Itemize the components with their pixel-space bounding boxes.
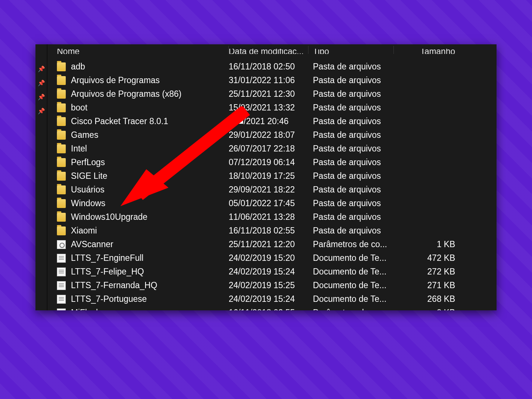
file-name-label: Xiaomi — [71, 226, 97, 236]
file-size-label: 271 KB — [394, 280, 468, 290]
file-date-label: 24/02/2019 15:20 — [229, 253, 308, 263]
file-row[interactable]: Arquivos de Programas31/01/2022 11:06Pas… — [47, 74, 497, 87]
file-name-label: Windows — [71, 198, 105, 208]
pin-icon[interactable]: 📌 — [35, 62, 47, 76]
text-file-icon — [57, 254, 66, 263]
folder-icon — [57, 172, 66, 181]
file-date-label: 25/11/2021 12:30 — [229, 89, 308, 99]
config-file-icon — [57, 308, 66, 311]
file-date-label: 29/09/2021 18:22 — [229, 185, 308, 195]
file-row[interactable]: LTTS_7-Felipe_HQ24/02/2019 15:24Document… — [47, 265, 497, 279]
file-row[interactable]: Xiaomi16/11/2018 02:55Pasta de arquivos — [47, 224, 497, 238]
file-size-label: 1 KB — [394, 239, 468, 249]
file-row[interactable]: MiFlashvcom16/11/2018 02:55Parâmetros de… — [47, 306, 497, 310]
folder-icon — [57, 213, 66, 222]
file-type-label: Documento de Te... — [308, 294, 393, 304]
file-row[interactable]: Arquivos de Programas (x86)25/11/2021 12… — [47, 87, 497, 101]
file-name-label: boot — [71, 103, 88, 113]
file-row[interactable]: Intel26/07/2017 22:18Pasta de arquivos — [47, 142, 497, 156]
file-date-label: 05/01/2022 17:45 — [229, 198, 308, 208]
file-row[interactable]: Usuários29/09/2021 18:22Pasta de arquivo… — [47, 183, 497, 197]
file-type-label: Pasta de arquivos — [308, 212, 393, 222]
file-type-label: Pasta de arquivos — [308, 157, 393, 167]
file-type-label: Pasta de arquivos — [308, 116, 393, 126]
column-header-row: Nome Data de modificaç... Tipo Tamanho — [47, 44, 497, 54]
file-date-label: 16/11/2018 02:55 — [229, 308, 308, 310]
file-type-label: Pasta de arquivos — [308, 198, 393, 208]
file-row[interactable]: Cisco Packet Tracer 8.0.11■■/2021 20:46P… — [47, 115, 497, 128]
file-name-label: Games — [71, 130, 98, 140]
folder-icon — [57, 226, 66, 235]
file-row[interactable]: LTTS_7-EngineFull24/02/2019 15:20Documen… — [47, 251, 497, 265]
folder-icon — [57, 131, 66, 140]
file-name-label: Arquivos de Programas (x86) — [71, 89, 181, 99]
folder-icon — [57, 90, 66, 99]
file-size-label: 0 KB — [394, 308, 468, 310]
file-size-label: 472 KB — [394, 253, 468, 263]
file-name-label: MiFlashvcom — [71, 308, 121, 310]
file-type-label: Pasta de arquivos — [308, 171, 393, 181]
column-header-name[interactable]: Nome — [47, 49, 228, 54]
file-name-label: LTTS_7-EngineFull — [71, 253, 143, 263]
text-file-icon — [57, 267, 66, 276]
folder-icon — [57, 62, 66, 71]
text-file-icon — [57, 295, 66, 304]
file-name-label: PerfLogs — [71, 157, 105, 167]
column-header-date[interactable]: Data de modificaç... — [229, 49, 308, 54]
config-file-icon — [57, 240, 66, 249]
file-date-label: 07/12/2019 06:14 — [229, 157, 308, 167]
file-date-label: 11/06/2021 13:28 — [229, 212, 308, 222]
file-row[interactable]: LTTS_7-Portuguese24/02/2019 15:24Documen… — [47, 292, 497, 306]
file-list: adb16/11/2018 02:50Pasta de arquivosArqu… — [47, 54, 497, 310]
folder-icon — [57, 103, 66, 112]
file-type-label: Documento de Te... — [308, 280, 393, 290]
file-list-panel: Nome Data de modificaç... Tipo Tamanho a… — [47, 44, 497, 310]
file-name-label: SIGE Lite — [71, 171, 107, 181]
text-file-icon — [57, 281, 66, 290]
folder-icon — [57, 117, 66, 126]
file-row[interactable]: PerfLogs07/12/2019 06:14Pasta de arquivo… — [47, 156, 497, 169]
file-name-label: adb — [71, 62, 85, 72]
column-header-type[interactable]: Tipo — [308, 49, 393, 54]
file-name-label: AVScanner — [71, 239, 113, 249]
file-name-label: LTTS_7-Fernanda_HQ — [71, 280, 157, 290]
file-type-label: Pasta de arquivos — [308, 144, 393, 154]
file-row[interactable]: boot15/03/2021 13:32Pasta de arquivos — [47, 101, 497, 115]
file-type-label: Pasta de arquivos — [308, 130, 393, 140]
file-row[interactable]: SIGE Lite18/10/2019 17:25Pasta de arquiv… — [47, 169, 497, 183]
file-date-label: 25/11/2021 12:20 — [229, 239, 308, 249]
column-header-size[interactable]: Tamanho — [394, 49, 468, 54]
folder-icon — [57, 199, 66, 208]
file-type-label: Pasta de arquivos — [308, 185, 393, 195]
file-date-label: 16/11/2018 02:55 — [229, 226, 308, 236]
file-name-label: Cisco Packet Tracer 8.0.1 — [71, 116, 168, 126]
file-explorer-window: 📌 📌 📌 📌 Nome Data de modificaç... Tipo T… — [35, 44, 497, 310]
file-name-label: LTTS_7-Portuguese — [71, 294, 147, 304]
file-type-label: Pasta de arquivos — [308, 89, 393, 99]
file-row[interactable]: Windows10Upgrade11/06/2021 13:28Pasta de… — [47, 210, 497, 224]
file-row[interactable]: adb16/11/2018 02:50Pasta de arquivos — [47, 60, 497, 74]
file-name-label: LTTS_7-Felipe_HQ — [71, 267, 144, 277]
pin-icon[interactable]: 📌 — [35, 76, 47, 90]
file-date-label: 18/10/2019 17:25 — [229, 171, 308, 181]
file-type-label: Documento de Te... — [308, 253, 393, 263]
file-row[interactable]: LTTS_7-Fernanda_HQ24/02/2019 15:25Docume… — [47, 279, 497, 292]
pin-icon[interactable]: 📌 — [35, 90, 47, 104]
file-date-label: 29/01/2022 18:07 — [229, 130, 308, 140]
file-name-label: Usuários — [71, 185, 105, 195]
quick-access-sidebar: 📌 📌 📌 📌 — [35, 44, 47, 310]
file-type-label: Parâmetros de co... — [308, 308, 393, 310]
pin-icon[interactable]: 📌 — [35, 104, 47, 118]
folder-icon — [57, 185, 66, 194]
file-type-label: Pasta de arquivos — [308, 75, 393, 85]
file-row[interactable]: AVScanner25/11/2021 12:20Parâmetros de c… — [47, 238, 497, 251]
file-date-label: 1■■/2021 20:46 — [229, 116, 308, 126]
file-row[interactable]: Games29/01/2022 18:07Pasta de arquivos — [47, 128, 497, 142]
file-type-label: Pasta de arquivos — [308, 226, 393, 236]
file-name-label: Windows10Upgrade — [71, 212, 147, 222]
file-date-label: 31/01/2022 11:06 — [229, 75, 308, 85]
file-name-label: Arquivos de Programas — [71, 75, 160, 85]
file-type-label: Pasta de arquivos — [308, 62, 393, 72]
file-type-label: Pasta de arquivos — [308, 103, 393, 113]
file-row[interactable]: Windows05/01/2022 17:45Pasta de arquivos — [47, 197, 497, 210]
